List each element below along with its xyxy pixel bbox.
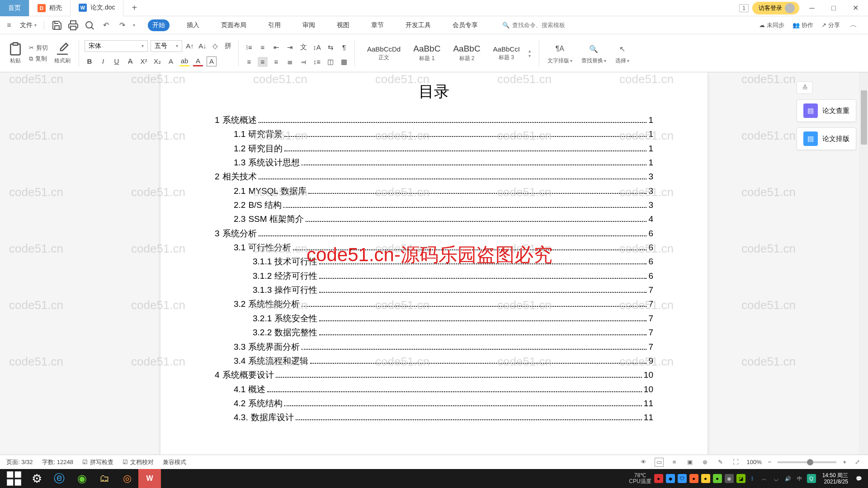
guest-login-button[interactable]: 访客登录 bbox=[752, 2, 799, 14]
shading-button[interactable]: ◫ bbox=[326, 57, 335, 67]
menutab-page-layout[interactable]: 页面布局 bbox=[217, 19, 251, 31]
collapse-ribbon-icon[interactable]: ︿ bbox=[848, 20, 859, 31]
number-list-button[interactable]: ≡ bbox=[258, 42, 268, 52]
subscript-button[interactable]: X₂ bbox=[152, 56, 162, 66]
font-color-button[interactable]: A bbox=[193, 56, 203, 66]
tray-icon[interactable]: ◉ bbox=[725, 474, 734, 483]
menutab-start[interactable]: 开始 bbox=[148, 19, 170, 31]
paper-layout-button[interactable]: ▤ 论文排版 bbox=[797, 127, 856, 150]
increase-indent-button[interactable]: ⇥ bbox=[285, 42, 295, 52]
tray-icon[interactable]: ● bbox=[713, 474, 722, 483]
maximize-button[interactable]: □ bbox=[825, 1, 843, 15]
quick-access-dropdown-icon[interactable]: ▾ bbox=[133, 23, 135, 28]
nvidia-icon[interactable]: ◪ bbox=[736, 474, 745, 483]
page[interactable]: 目录 1系统概述11.1研究背景11.2研究目的11.3系统设计思想12相关技术… bbox=[160, 72, 708, 469]
tab-document[interactable]: W 论文.doc bbox=[71, 0, 123, 16]
toc-row[interactable]: 3.1.3操作可行性7 bbox=[253, 283, 653, 297]
style-heading-2[interactable]: AaBbC标题 2 bbox=[449, 42, 484, 65]
menutab-member[interactable]: 会员专享 bbox=[448, 19, 482, 31]
notification-icon[interactable]: 💬 bbox=[854, 474, 863, 483]
wifi-icon[interactable]: ◡ bbox=[772, 474, 781, 483]
fullscreen-icon[interactable]: ⤢ bbox=[853, 458, 862, 467]
bluetooth-icon[interactable]: ᛒ bbox=[748, 474, 757, 483]
tray-icon[interactable]: 🛡 bbox=[678, 474, 687, 483]
toc-row[interactable]: 3.2.1系统安全性7 bbox=[253, 311, 653, 325]
select-button[interactable]: ↖ 选择▾ bbox=[613, 42, 632, 65]
page-indicator[interactable]: 页面: 3/32 bbox=[6, 458, 33, 466]
web-view-icon[interactable]: ⊕ bbox=[701, 458, 710, 467]
italic-button[interactable]: I bbox=[98, 56, 108, 66]
toc-row[interactable]: 1系统概述1 bbox=[215, 113, 653, 127]
toc-row[interactable]: 3.1可行性分析6 bbox=[234, 240, 653, 254]
char-border-button[interactable]: A bbox=[207, 56, 217, 66]
toc-row[interactable]: 1.3系统设计思想1 bbox=[234, 155, 653, 169]
page-view-icon[interactable]: ▭ bbox=[655, 458, 664, 467]
sync-status[interactable]: ☁未同步 bbox=[759, 21, 784, 29]
distribute-button[interactable]: ⫤ bbox=[298, 57, 308, 67]
toc-row[interactable]: 3系统分析6 bbox=[215, 226, 653, 240]
toc-row[interactable]: 2.2B/S 结构3 bbox=[234, 198, 653, 212]
undo-icon[interactable]: ↶ bbox=[100, 20, 111, 31]
style-heading-1[interactable]: AaBbC标题 1 bbox=[409, 42, 444, 65]
tray-icon[interactable]: ● bbox=[689, 474, 698, 483]
print-icon[interactable] bbox=[68, 20, 79, 31]
tab-home[interactable]: 首页 bbox=[0, 0, 29, 16]
superscript-button[interactable]: X² bbox=[139, 56, 149, 66]
decrease-font-icon[interactable]: A↓ bbox=[198, 41, 208, 51]
clipboard-icon[interactable] bbox=[8, 42, 23, 56]
toc-row[interactable]: 3.2系统性能分析7 bbox=[234, 297, 653, 311]
toc-row[interactable]: 3.1.1技术可行性6 bbox=[253, 254, 653, 268]
style-body[interactable]: AaBbCcDd正文 bbox=[363, 43, 405, 64]
obs-icon[interactable]: ⚙ bbox=[25, 469, 48, 488]
save-icon[interactable] bbox=[52, 20, 62, 31]
align-left-button[interactable]: ≡ bbox=[244, 57, 254, 67]
text-effect-button[interactable]: A bbox=[166, 56, 176, 66]
zoom-slider[interactable] bbox=[778, 461, 836, 463]
align-right-button[interactable]: ≡ bbox=[271, 57, 281, 67]
styles-more-icon[interactable]: ▴▾ bbox=[528, 48, 531, 58]
toc-row[interactable]: 2相关技术3 bbox=[215, 169, 653, 183]
copy-button[interactable]: ⧉复制 bbox=[29, 55, 48, 63]
proofread-toggle[interactable]: ☑文档校对 bbox=[123, 458, 154, 466]
toc-row[interactable]: 3.1.2经济可行性6 bbox=[253, 269, 653, 283]
tab-daoke[interactable]: D 稻壳 bbox=[29, 0, 71, 16]
paste-label[interactable]: 粘贴 bbox=[10, 57, 21, 65]
fit-width-icon[interactable]: ⛶ bbox=[731, 458, 741, 467]
cpu-temp-widget[interactable]: 78℃CPU温度 bbox=[629, 473, 651, 484]
zoom-percent[interactable]: 100% bbox=[747, 459, 762, 465]
toc-row[interactable]: 1.2研究目的1 bbox=[234, 141, 653, 155]
minimize-button[interactable]: ─ bbox=[803, 1, 821, 15]
chevron-up-icon[interactable]: ︿ bbox=[760, 474, 769, 483]
side-collapse-icon[interactable]: ≙ bbox=[797, 81, 813, 94]
print-preview-icon[interactable] bbox=[84, 20, 95, 31]
edit-icon[interactable]: ✎ bbox=[716, 458, 725, 467]
command-search[interactable]: 🔍 bbox=[502, 22, 585, 28]
borders-button[interactable]: ▦ bbox=[339, 57, 349, 67]
text-layout-button[interactable]: ¶A 文字排版▾ bbox=[545, 42, 575, 65]
tab-button[interactable]: ⇆ bbox=[326, 42, 335, 52]
plagiarism-check-button[interactable]: ▤ 论文查重 bbox=[797, 99, 856, 122]
underline-button[interactable]: U bbox=[112, 56, 122, 66]
justify-button[interactable]: ≣ bbox=[285, 57, 295, 67]
word-count[interactable]: 字数: 12248 bbox=[42, 458, 73, 466]
vertical-scrollbar[interactable] bbox=[860, 72, 868, 469]
increase-font-icon[interactable]: A↑ bbox=[185, 41, 195, 51]
tray-icon[interactable]: ◆ bbox=[666, 474, 675, 483]
toc-row[interactable]: 1.1研究背景1 bbox=[234, 127, 653, 141]
toc-row[interactable]: 2.3SSM 框架简介4 bbox=[234, 212, 653, 226]
spell-check-toggle[interactable]: ☑拼写检查 bbox=[82, 458, 113, 466]
font-name-select[interactable]: 宋体▾ bbox=[85, 40, 148, 52]
hamburger-icon[interactable]: ≡ bbox=[4, 20, 14, 31]
text-direction-button[interactable]: 文 bbox=[298, 42, 308, 52]
toc-row[interactable]: 4.2系统结构11 bbox=[234, 396, 653, 410]
browser-icon[interactable]: ◉ bbox=[71, 469, 93, 488]
menutab-insert[interactable]: 插入 bbox=[182, 19, 204, 31]
font-size-select[interactable]: 五号▾ bbox=[151, 40, 182, 52]
toc-row[interactable]: 4.1概述10 bbox=[234, 382, 653, 396]
bold-button[interactable]: B bbox=[85, 56, 94, 66]
highlight-button[interactable]: ab bbox=[179, 56, 189, 66]
wps-icon[interactable]: W bbox=[138, 469, 161, 488]
show-marks-button[interactable]: ¶ bbox=[339, 42, 349, 52]
menutab-review[interactable]: 审阅 bbox=[298, 19, 320, 31]
style-heading-3[interactable]: AaBbCcI标题 3 bbox=[489, 43, 524, 64]
